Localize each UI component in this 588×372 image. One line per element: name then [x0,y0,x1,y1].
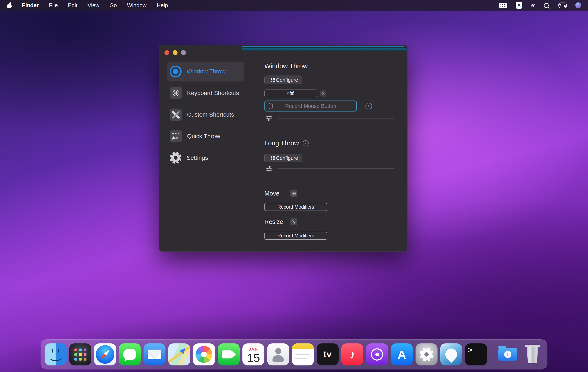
move-row: Move ⊞ [264,190,297,197]
dock-contacts-icon[interactable] [267,343,289,365]
menu-file[interactable]: File [49,2,58,9]
info-icon[interactable]: i [366,103,372,109]
close-window-button[interactable] [164,50,169,55]
icon-art [172,133,174,134]
sliders-icon[interactable] [266,116,272,121]
compass-needle [99,349,111,360]
dock-facetime-icon[interactable] [218,343,240,365]
control-center-icon[interactable] [558,2,567,8]
icon-art [168,344,190,365]
sidebar-item-quick-throw[interactable]: Quick Throw [167,126,244,146]
menu-edit[interactable]: Edit [68,2,77,9]
zoom-window-button[interactable] [181,50,186,55]
dock-downloads-icon[interactable]: ↓ [497,343,519,365]
tools-icon [170,109,182,121]
icon-art [443,346,460,363]
window-controls [164,50,186,55]
dock: JAN 15 tv ♪ A >_ ↓ [41,339,547,370]
sidebar-item-label: Quick Throw [187,133,220,140]
gear-icon [170,152,182,164]
apple-menu-icon[interactable] [7,2,12,8]
dock-tv-icon[interactable]: tv [317,343,339,365]
dock-calendar-icon[interactable]: JAN 15 [242,343,264,365]
resize-label: Resize [264,218,290,225]
minimize-window-button[interactable] [173,50,178,55]
move-record-modifiers-button[interactable]: Record Modifiers [264,203,327,211]
info-icon[interactable]: i [303,140,309,146]
sidebar-item-label: Custom Shortcuts [187,111,234,118]
person-icon [275,348,281,354]
icon-art [96,345,114,364]
icon-art [176,136,179,140]
menu-window[interactable]: Window [127,2,147,9]
dock-trash-icon[interactable] [521,343,543,365]
clear-shortcut-button[interactable]: × [320,90,326,97]
dock-notes-icon[interactable] [292,343,314,365]
window-throw-options-row [266,116,394,121]
shortcut-recorder-field[interactable]: ^⌘ [264,89,317,97]
mouse-icon [269,103,273,109]
divider [278,118,394,119]
terminal-prompt-glyph: >_ [468,346,477,354]
configure-button-label: Configure [276,155,298,161]
icon-art [375,353,379,356]
app-window: Window Throw ⌘ Keyboard Shortcuts Custom… [159,45,408,252]
gear-icon [420,348,433,361]
sidebar-item-window-throw[interactable]: Window Throw [167,62,244,81]
menu-help[interactable]: Help [157,2,168,9]
icon-art [525,345,540,347]
status-app-icon[interactable]: ✈ [530,1,536,9]
dock-appstore-icon[interactable]: A [391,343,413,365]
menu-app-name[interactable]: Finder [22,2,39,9]
dock-finder-icon[interactable] [45,343,67,365]
settings-content-pane: Window Throw Configure ^⌘ × Record Mouse… [264,45,395,252]
sidebar-item-keyboard-shortcuts[interactable]: ⌘ Keyboard Shortcuts [167,83,244,103]
menu-go[interactable]: Go [109,2,117,9]
dock-photos-icon[interactable] [193,343,215,365]
dock-music-icon[interactable]: ♪ [341,343,363,365]
input-source-icon[interactable]: A [516,2,522,9]
icon-art [526,347,539,363]
menu-view[interactable]: View [87,2,99,9]
sidebar-item-label: Keyboard Shortcuts [187,90,239,97]
long-throw-configure-button[interactable]: Configure [264,154,302,162]
dock-maps-icon[interactable] [168,343,190,365]
sidebar: Window Throw ⌘ Keyboard Shortcuts Custom… [167,62,244,169]
resize-record-modifiers-button[interactable]: Record Modifiers [264,232,327,240]
icon-art [273,355,284,362]
record-mouse-button-field[interactable]: Record Mouse Button [264,100,357,111]
video-camera-icon [222,350,232,359]
long-throw-options-row [266,166,394,171]
dock-mail-icon[interactable] [144,343,166,365]
record-mouse-row: Record Mouse Button i [264,100,372,111]
resize-arrow-icon: ↘ [290,218,297,225]
sidebar-item-label: Window Throw [187,68,226,75]
sidebar-item-label: Settings [187,154,208,161]
dock-launchpad-icon[interactable] [69,343,91,365]
tv-wordmark: tv [323,349,332,360]
close-icon: × [322,91,325,96]
icon-art [52,349,53,352]
dock-messages-icon[interactable] [119,343,141,365]
keyboard-viewer-icon[interactable] [499,3,507,8]
dock-window-manager-app-icon[interactable] [440,343,462,365]
quick-throw-icon [170,130,182,142]
dock-safari-icon[interactable] [94,343,116,365]
dock-system-preferences-icon[interactable] [416,343,438,365]
pinwheel-icon [196,346,212,363]
calendar-day: 15 [247,352,260,364]
spotlight-search-icon[interactable] [544,3,549,8]
dock-terminal-icon[interactable]: >_ [465,343,487,365]
sidebar-item-settings[interactable]: Settings [167,148,244,168]
sidebar-item-custom-shortcuts[interactable]: Custom Shortcuts [167,105,244,125]
window-throw-shortcut-row: ^⌘ × [264,89,326,97]
sliders-icon[interactable] [266,166,272,171]
siri-icon[interactable] [575,2,581,8]
long-throw-header: Long Throw i [264,140,309,147]
icon-art [371,348,383,361]
icon-art [50,354,62,361]
window-throw-configure-button[interactable]: Configure [264,76,302,84]
grid-icon [269,78,273,82]
dock-podcasts-icon[interactable] [366,343,388,365]
divider [278,168,394,169]
